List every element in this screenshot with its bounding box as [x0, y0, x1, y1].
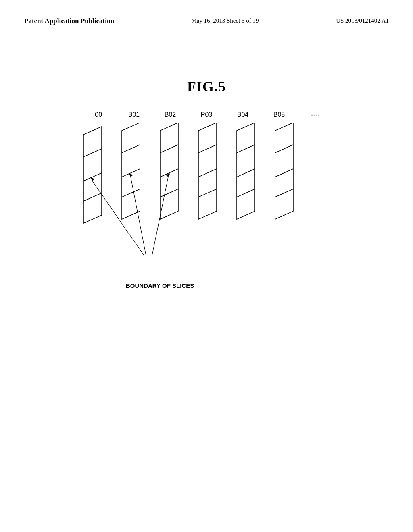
frames-svg — [65, 123, 348, 276]
frame-B04 — [237, 123, 255, 219]
svg-marker-16 — [237, 123, 255, 219]
svg-marker-4 — [122, 123, 140, 219]
sheet-info: May 16, 2013 Sheet 5 of 19 — [191, 16, 259, 25]
patent-number: US 2013/0121402 A1 — [336, 16, 389, 25]
frame-I00 — [83, 127, 102, 223]
label-B01: B01 — [116, 111, 152, 118]
label-P03: P03 — [188, 111, 225, 118]
diagram-container: I00 B01 B02 P03 B04 B05 ---- — [0, 111, 413, 278]
page-header: Patent Application Publication May 16, 2… — [0, 0, 413, 26]
svg-marker-12 — [198, 123, 217, 219]
label-dots: ---- — [297, 111, 334, 118]
frame-B02 — [160, 123, 178, 219]
boundary-label: BOUNDARY OF SLICES — [126, 282, 194, 290]
frame-labels-row: I00 B01 B02 P03 B04 B05 ---- — [75, 111, 338, 118]
label-B05: B05 — [261, 111, 297, 118]
figure-title: FIG.5 — [0, 78, 413, 95]
label-B02: B02 — [152, 111, 188, 118]
publication-label: Patent Application Publication — [24, 16, 114, 26]
frame-P03 — [198, 123, 217, 219]
label-B04: B04 — [225, 111, 261, 118]
frame-B05 — [275, 123, 293, 219]
svg-marker-8 — [160, 123, 178, 219]
svg-marker-20 — [275, 123, 293, 219]
svg-marker-0 — [83, 127, 102, 223]
label-I00: I00 — [79, 111, 116, 118]
frame-B01 — [122, 123, 140, 219]
